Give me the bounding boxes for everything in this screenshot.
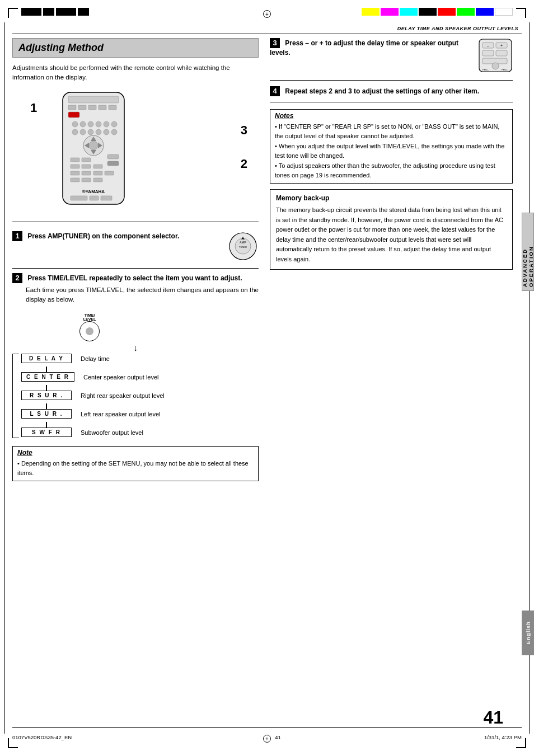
- memory-text: The memory back-up circuit prevents the …: [276, 205, 507, 265]
- header-title: DELAY TIME AND SPEAKER OUTPUT LEVELS: [397, 26, 518, 31]
- svg-point-11: [96, 121, 101, 127]
- note-item-1: If "CENTER SP" or "REAR LR SP" is set to…: [275, 122, 508, 140]
- left-rule: [4, 22, 5, 734]
- yellow-bar: [362, 8, 380, 16]
- svg-rect-51: [483, 50, 494, 56]
- single-note-item: Depending on the setting of the SET MENU…: [17, 459, 254, 477]
- step-1-section: 1 Press AMP(TUNER) on the component sele…: [12, 227, 259, 269]
- svg-rect-1: [68, 96, 119, 103]
- note-item-3: To adjust speakers other than the subwoo…: [275, 161, 508, 180]
- display-row-delay: D E L A Y Delay time: [21, 354, 259, 363]
- display-items-wrapper: D E L A Y Delay time C E N T E R Center …: [12, 354, 259, 438]
- page-number: 41: [483, 707, 503, 728]
- black-bar-r: [419, 8, 437, 16]
- svg-rect-27: [82, 158, 91, 162]
- svg-text:TUNER: TUNER: [239, 246, 247, 248]
- display-items-list: D E L A Y Delay time C E N T E R Center …: [21, 354, 259, 438]
- display-box-lsur: L S U R .: [21, 409, 72, 419]
- svg-point-13: [111, 121, 117, 127]
- timelevel-button: TIME/LEVEL: [79, 313, 100, 341]
- display-desc-center: Center speaker output level: [83, 374, 159, 381]
- svg-rect-28: [107, 154, 119, 159]
- svg-point-17: [96, 129, 101, 135]
- display-desc-delay: Delay time: [81, 355, 110, 362]
- divider-1: [12, 222, 259, 222]
- step-3-number: 3: [270, 38, 280, 48]
- footer-rule: [12, 727, 522, 728]
- timelevel-icon-area: TIME/LEVEL: [79, 313, 259, 341]
- step-label-3: 3: [241, 123, 247, 138]
- memory-box: Memory back-up The memory back-up circui…: [270, 189, 513, 270]
- svg-point-10: [88, 121, 93, 127]
- vert-3: [46, 403, 47, 409]
- svg-rect-5: [99, 105, 106, 110]
- color-bars-right: [362, 8, 513, 16]
- svg-point-56: [492, 63, 499, 69]
- registration-bars-left: [21, 8, 89, 16]
- svg-rect-29: [107, 161, 119, 166]
- display-row-center: C E N T E R Center speaker output level: [21, 372, 259, 382]
- svg-rect-36: [105, 171, 114, 175]
- black-bar-2: [43, 8, 54, 16]
- step-1-content: 1 Press AMP(TUNER) on the component sele…: [12, 231, 222, 241]
- step-3-image: – + PRG– PRG+: [478, 38, 513, 74]
- display-row-swfr: S W F R Subwoofer output level: [21, 428, 259, 437]
- green-bar: [457, 8, 475, 16]
- timelevel-top-label: TIME/LEVEL: [79, 313, 100, 321]
- display-box-center: C E N T E R: [21, 372, 74, 382]
- corner-mark-tr: [516, 8, 526, 18]
- svg-rect-33: [71, 171, 79, 175]
- svg-rect-42: [90, 196, 99, 200]
- step-2-heading: Press TIME/LEVEL repeatedly to select th…: [27, 274, 242, 282]
- svg-rect-52: [496, 50, 507, 56]
- svg-rect-41: [71, 196, 87, 200]
- red-bar: [438, 8, 456, 16]
- svg-point-14: [72, 129, 78, 135]
- header-rule: [12, 34, 522, 34]
- magenta-bar: [381, 8, 399, 16]
- step-4-number: 4: [270, 86, 280, 96]
- black-bar-3: [56, 8, 76, 16]
- title-box: Adjusting Method: [12, 38, 259, 58]
- svg-text:®YAMAHA: ®YAMAHA: [82, 189, 105, 194]
- notes-title: Notes: [275, 112, 508, 120]
- svg-point-19: [111, 129, 117, 135]
- remote-svg: ®YAMAHA: [51, 90, 163, 207]
- step-3-heading: Press – or + to adjust the delay time or…: [270, 39, 458, 57]
- svg-point-9: [80, 121, 86, 127]
- single-note-box: Note Depending on the setting of the SET…: [12, 446, 259, 481]
- svg-rect-3: [78, 105, 86, 110]
- black-bar-4: [78, 8, 89, 16]
- intro-text: Adjustments should be performed with the…: [12, 63, 259, 83]
- compass-top: [263, 10, 271, 18]
- step-2-number: 2: [12, 273, 22, 283]
- svg-rect-37: [71, 178, 79, 182]
- timelevel-circle: [79, 321, 100, 341]
- svg-point-18: [104, 129, 109, 135]
- step-label-1: 1: [30, 101, 37, 115]
- display-row-rsur: R S U R . Right rear speaker output leve…: [21, 391, 259, 400]
- display-diagram: TIME/LEVEL ↓ D E L A Y Delay time C E N …: [12, 313, 259, 438]
- step-1-image: AMP TUNER: [228, 231, 259, 264]
- svg-rect-6: [109, 105, 116, 110]
- svg-text:+: +: [500, 44, 503, 48]
- plus-minus-svg: – + PRG– PRG+: [478, 38, 513, 73]
- notes-box: Notes If "CENTER SP" or "REAR LR SP" is …: [270, 109, 513, 184]
- step-2-body: Each time you press TIME/LEVEL, the sele…: [26, 285, 259, 305]
- bracket: [12, 354, 19, 438]
- svg-point-15: [80, 129, 86, 135]
- footer-right: 1/31/1, 4:23 PM: [484, 734, 522, 740]
- svg-text:–: –: [487, 44, 489, 48]
- svg-point-12: [104, 121, 109, 127]
- cyan-bar: [400, 8, 418, 16]
- svg-point-16: [88, 129, 93, 135]
- corner-mark-tl: [8, 8, 18, 18]
- right-column: 3 Press – or + to adjust the delay time …: [270, 38, 513, 270]
- display-box-rsur: R S U R .: [21, 391, 72, 400]
- vert-4: [46, 422, 47, 428]
- display-desc-rsur: Right rear speaker output level: [81, 392, 165, 399]
- svg-rect-31: [82, 165, 91, 168]
- compass-bottom: [263, 735, 271, 743]
- english-tab-text: English: [525, 621, 531, 644]
- step-3-content: 3 Press – or + to adjust the delay time …: [270, 38, 474, 57]
